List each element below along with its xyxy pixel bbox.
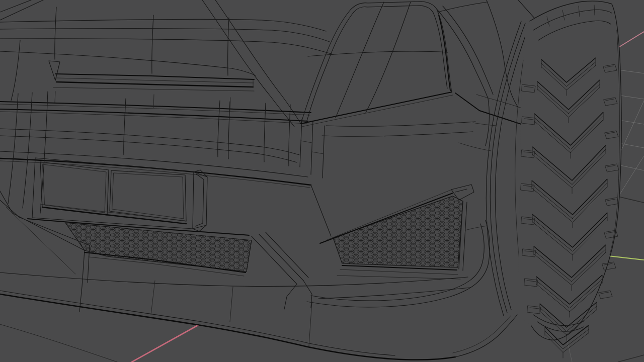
viewport-canvas[interactable]	[0, 0, 644, 362]
